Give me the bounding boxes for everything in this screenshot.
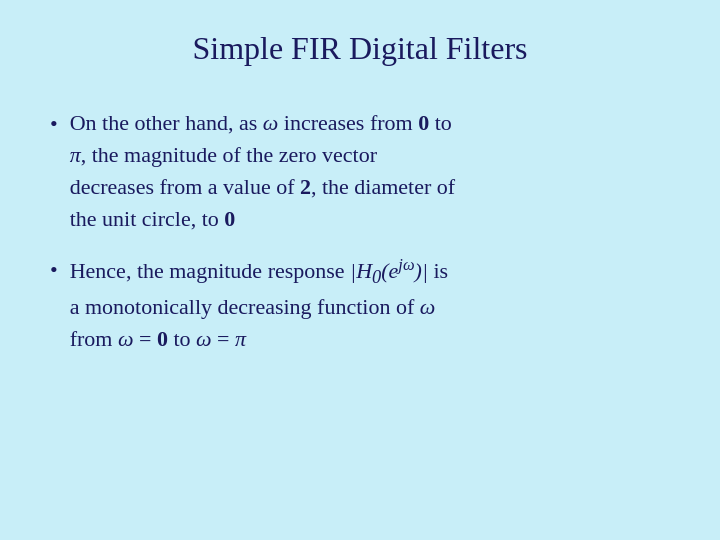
omega-symbol-2: ω bbox=[420, 294, 436, 319]
slide-title: Simple FIR Digital Filters bbox=[50, 30, 670, 67]
omega-eq-pi-label: ω bbox=[196, 326, 212, 351]
pi-symbol-1: π bbox=[70, 142, 81, 167]
slide: Simple FIR Digital Filters • On the othe… bbox=[0, 0, 720, 540]
bullet-dot-1: • bbox=[50, 109, 58, 140]
magnitude-formula: |H0(ejω)| bbox=[350, 258, 433, 283]
bullet-text-1: On the other hand, as ω increases from 0… bbox=[70, 107, 455, 235]
omega-symbol-1: ω bbox=[263, 110, 279, 135]
pi-symbol-2: π bbox=[235, 326, 246, 351]
bullet-item-2: • Hence, the magnitude response |H0(ejω)… bbox=[50, 253, 670, 355]
value-zero-2: 0 bbox=[224, 206, 235, 231]
value-zero-3: 0 bbox=[157, 326, 168, 351]
bullet-dot-2: • bbox=[50, 255, 58, 286]
bullet-text-2: Hence, the magnitude response |H0(ejω)| … bbox=[70, 253, 448, 355]
bullet-item-1: • On the other hand, as ω increases from… bbox=[50, 107, 670, 235]
omega-eq-0-label: ω bbox=[118, 326, 134, 351]
value-zero-1: 0 bbox=[418, 110, 429, 135]
value-two: 2 bbox=[300, 174, 311, 199]
content-area: • On the other hand, as ω increases from… bbox=[50, 97, 670, 510]
